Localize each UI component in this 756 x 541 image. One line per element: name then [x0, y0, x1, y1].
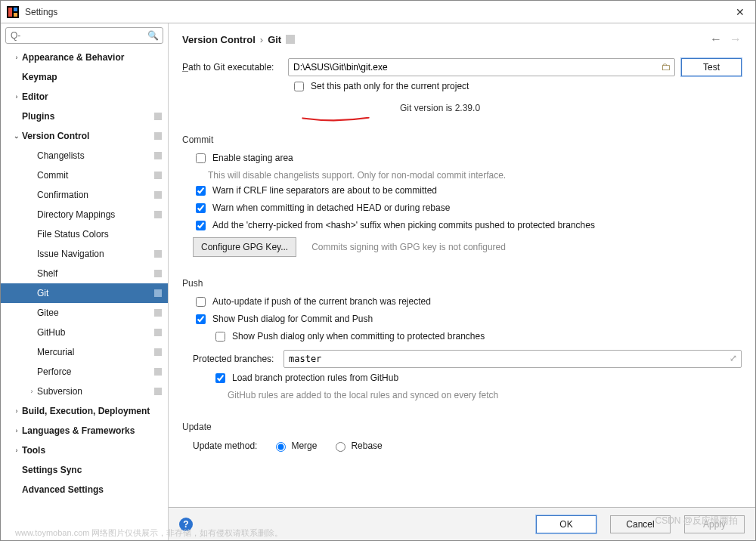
sidebar-item-plugins[interactable]: Plugins — [1, 107, 168, 126]
sidebar-item-shelf[interactable]: Shelf — [1, 264, 168, 283]
sidebar-item-keymap[interactable]: Keymap — [1, 67, 168, 87]
scope-icon — [153, 327, 163, 338]
sidebar-item-editor[interactable]: ›Editor — [1, 87, 168, 107]
breadcrumb-root[interactable]: Version Control — [182, 34, 256, 45]
sidebar-item-directory-mappings[interactable]: Directory Mappings — [1, 205, 168, 224]
sidebar-item-label: Settings Sync — [22, 465, 163, 475]
sidebar-item-commit[interactable]: Commit — [1, 165, 168, 185]
protected-branches-label: Protected branches: — [193, 354, 284, 364]
sidebar-item-languages-frameworks[interactable]: ›Languages & Frameworks — [1, 421, 168, 441]
scope-icon — [153, 288, 163, 298]
sidebar-item-git[interactable]: Git — [1, 283, 168, 303]
warn-crlf-label: Warn if CRLF line separators are about t… — [212, 185, 437, 196]
sidebar-item-label: Commit — [37, 170, 150, 181]
cherry-pick-label: Add the 'cherry-picked from <hash>' suff… — [212, 220, 595, 230]
forward-icon[interactable]: → — [730, 32, 742, 46]
sidebar-item-label: File Status Colors — [37, 229, 163, 240]
show-push-label: Show Push dialog for Commit and Push — [212, 314, 373, 324]
sidebar-item-label: Git — [37, 288, 150, 298]
expand-icon[interactable]: ⤢ — [730, 353, 737, 363]
sidebar-item-file-status-colors[interactable]: File Status Colors — [1, 224, 168, 244]
sidebar-item-confirmation[interactable]: Confirmation — [1, 185, 168, 205]
sidebar-item-label: GitHub — [37, 327, 150, 338]
sidebar-item-gitee[interactable]: Gitee — [1, 303, 168, 323]
sidebar-item-label: Changelists — [37, 150, 150, 161]
sidebar-item-changelists[interactable]: Changelists — [1, 146, 168, 165]
rebase-radio[interactable] — [336, 442, 345, 452]
sidebar-item-advanced-settings[interactable]: Advanced Settings — [1, 480, 168, 499]
sidebar-item-tools[interactable]: ›Tools — [1, 441, 168, 460]
settings-tree[interactable]: ›Appearance & BehaviorKeymap›EditorPlugi… — [1, 48, 168, 540]
scope-icon — [286, 35, 295, 44]
sidebar-item-label: Keymap — [22, 72, 163, 82]
warn-detached-label: Warn when committing in detached HEAD or… — [212, 202, 450, 213]
watermark-author: CSDN @反应慢两拍 — [655, 515, 738, 527]
gpg-note: Commits signing with GPG key is not conf… — [311, 242, 506, 252]
sidebar-item-label: Advanced Settings — [22, 484, 163, 495]
scope-icon — [153, 366, 163, 377]
scope-icon — [153, 386, 163, 397]
sidebar: 🔍 ›Appearance & BehaviorKeymap›EditorPlu… — [1, 23, 169, 540]
sidebar-item-label: Confirmation — [37, 190, 150, 200]
git-path-input[interactable] — [288, 58, 675, 76]
show-push-protected-checkbox[interactable] — [215, 332, 225, 342]
close-icon[interactable]: ✕ — [731, 6, 749, 18]
enable-staging-checkbox[interactable] — [196, 153, 206, 163]
update-method-label: Update method: — [193, 441, 257, 451]
sidebar-item-settings-sync[interactable]: Settings Sync — [1, 460, 168, 480]
warn-crlf-checkbox[interactable] — [196, 186, 206, 196]
path-label: Path to Git executable: — [182, 62, 288, 73]
scope-icon — [153, 308, 163, 318]
scope-icon — [153, 131, 163, 141]
sidebar-item-label: Perforce — [37, 366, 150, 377]
search-icon: 🔍 — [147, 30, 159, 41]
warn-detached-checkbox[interactable] — [196, 203, 206, 213]
sidebar-item-build-execution-deployment[interactable]: ›Build, Execution, Deployment — [1, 401, 168, 421]
commit-section-title: Commit — [182, 134, 742, 145]
sidebar-item-label: Plugins — [22, 111, 150, 122]
svg-rect-3 — [14, 13, 17, 17]
sidebar-item-label: Subversion — [37, 386, 150, 397]
svg-rect-2 — [14, 8, 17, 11]
sidebar-item-issue-navigation[interactable]: Issue Navigation — [1, 244, 168, 264]
sidebar-item-subversion[interactable]: ›Subversion — [1, 382, 168, 401]
breadcrumb-leaf: Git — [268, 34, 281, 45]
scope-icon — [153, 209, 163, 220]
set-path-current-project-checkbox[interactable] — [294, 82, 304, 91]
folder-icon[interactable]: 🗀 — [661, 61, 671, 73]
sidebar-item-label: Languages & Frameworks — [22, 425, 163, 436]
sidebar-item-github[interactable]: GitHub — [1, 323, 168, 342]
show-push-checkbox[interactable] — [196, 314, 206, 324]
cherry-pick-checkbox[interactable] — [196, 221, 206, 230]
sidebar-item-label: Build, Execution, Deployment — [22, 406, 163, 416]
sidebar-item-label: Gitee — [37, 308, 150, 318]
sidebar-item-perforce[interactable]: Perforce — [1, 362, 168, 382]
sidebar-item-label: Issue Navigation — [37, 249, 150, 259]
sidebar-item-label: Mercurial — [37, 347, 150, 357]
ok-button[interactable]: OK — [536, 515, 596, 533]
scope-icon — [153, 150, 163, 161]
back-icon[interactable]: ← — [710, 32, 722, 46]
scope-icon — [153, 268, 163, 279]
sidebar-item-label: Editor — [22, 91, 163, 102]
test-button[interactable]: Test — [681, 58, 742, 76]
merge-radio[interactable] — [276, 442, 286, 452]
sidebar-item-appearance-behavior[interactable]: ›Appearance & Behavior — [1, 48, 168, 67]
protected-branches-input[interactable] — [284, 350, 742, 368]
sidebar-item-label: Directory Mappings — [37, 209, 150, 220]
sidebar-item-version-control[interactable]: ⌄Version Control — [1, 126, 168, 146]
sidebar-item-mercurial[interactable]: Mercurial — [1, 342, 168, 362]
breadcrumb-sep: › — [260, 34, 263, 45]
main-header: Version Control › Git ← → — [169, 23, 755, 52]
auto-update-checkbox[interactable] — [196, 297, 206, 307]
load-rules-label: Load branch protection rules from GitHub — [232, 373, 398, 383]
search-input[interactable] — [5, 27, 163, 44]
show-push-protected-label: Show Push dialog only when committing to… — [232, 331, 485, 342]
scope-icon — [153, 190, 163, 200]
push-section-title: Push — [182, 278, 742, 289]
rules-note: GitHub rules are added to the local rule… — [228, 390, 742, 400]
configure-gpg-button[interactable]: Configure GPG Key... — [193, 237, 296, 257]
merge-label: Merge — [291, 441, 317, 451]
load-rules-checkbox[interactable] — [215, 373, 225, 383]
staging-note: This will disable changelists support. O… — [208, 170, 742, 181]
